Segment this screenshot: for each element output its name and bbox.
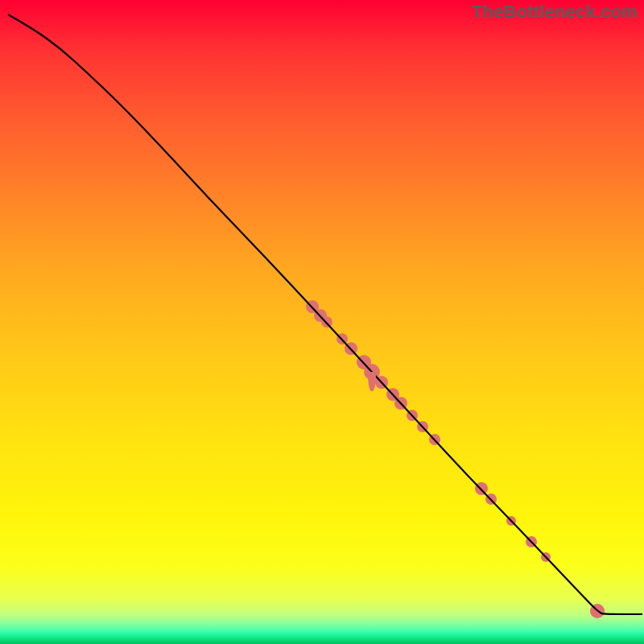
point-drip-shape (368, 372, 376, 391)
chart-container: TheBottleneck.com (0, 0, 644, 644)
chart-svg (0, 0, 644, 644)
